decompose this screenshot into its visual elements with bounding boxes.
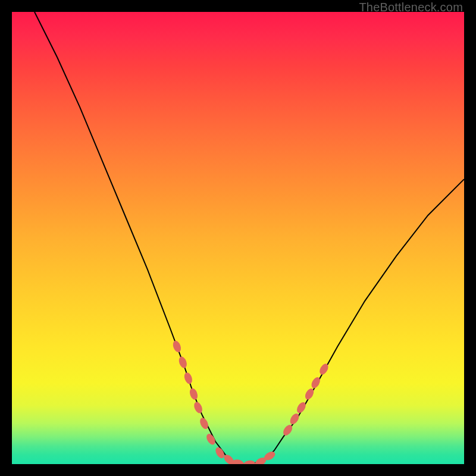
curve-marker [198, 416, 209, 430]
watermark-text: TheBottleneck.com [359, 1, 463, 14]
curve-marker [188, 387, 199, 401]
curve-marker [193, 400, 204, 414]
plot-area [12, 12, 464, 464]
curve-marker [171, 340, 182, 353]
curve-marker [289, 412, 301, 425]
bottleneck-curve [35, 12, 464, 464]
curve-marker [205, 433, 217, 446]
curve-marker [243, 459, 256, 464]
bottleneck-curve-path [35, 12, 464, 464]
curve-layer [12, 12, 464, 464]
curve-marker [231, 459, 245, 464]
curve-marker [183, 371, 193, 385]
curve-marker [177, 356, 188, 369]
outer-frame: TheBottleneck.com [0, 0, 476, 476]
